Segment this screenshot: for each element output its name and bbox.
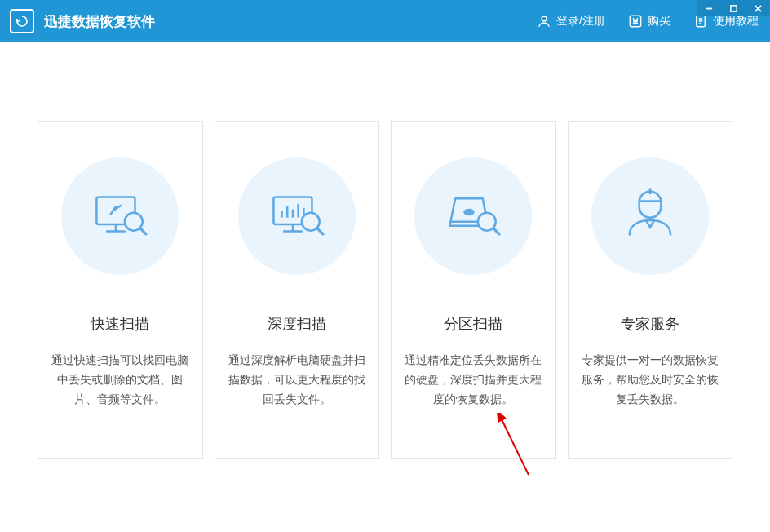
- expert-service-icon: [591, 157, 709, 275]
- svg-line-24: [493, 228, 499, 234]
- user-icon: [537, 14, 551, 29]
- svg-line-21: [317, 228, 323, 234]
- svg-line-11: [140, 228, 146, 234]
- yen-icon: [628, 14, 643, 29]
- card-title: 分区扫描: [444, 314, 502, 334]
- card-desc: 通过精准定位丢失数据所在的硬盘，深度扫描并更大程度的恢复数据。: [403, 350, 544, 409]
- buy-label: 购买: [648, 14, 670, 29]
- card-title: 快速扫描: [91, 314, 149, 334]
- minimize-button[interactable]: [697, 0, 721, 16]
- svg-point-0: [542, 16, 547, 21]
- buy-button[interactable]: 购买: [617, 0, 682, 42]
- window-controls: [697, 0, 770, 16]
- app-logo-icon: [10, 9, 34, 33]
- close-button[interactable]: [746, 0, 770, 16]
- partition-scan-icon: [414, 157, 532, 275]
- login-button[interactable]: 登录/注册: [525, 0, 617, 42]
- quick-scan-card[interactable]: 快速扫描 通过快速扫描可以找回电脑中丢失或删除的文档、图片、音频等文件。: [38, 121, 203, 459]
- deep-scan-card[interactable]: 深度扫描 通过深度解析电脑硬盘并扫描数据，可以更大程度的找回丢失文件。: [215, 121, 380, 459]
- app-title: 迅捷数据恢复软件: [44, 12, 155, 31]
- deep-scan-icon: [238, 157, 356, 275]
- svg-rect-4: [730, 5, 736, 11]
- card-title: 深度扫描: [268, 314, 326, 334]
- card-desc: 通过快速扫描可以找回电脑中丢失或删除的文档、图片、音频等文件。: [50, 350, 191, 409]
- partition-scan-card[interactable]: 分区扫描 通过精准定位丢失数据所在的硬盘，深度扫描并更大程度的恢复数据。: [391, 121, 556, 459]
- card-desc: 通过深度解析电脑硬盘并扫描数据，可以更大程度的找回丢失文件。: [227, 350, 368, 409]
- card-title: 专家服务: [621, 314, 679, 334]
- quick-scan-icon: [61, 157, 179, 275]
- titlebar: 迅捷数据恢复软件 登录/注册 购买 使用教程: [0, 0, 770, 42]
- card-desc: 专家提供一对一的数据恢复服务，帮助您及时安全的恢复丢失数据。: [580, 350, 721, 409]
- main-content: 快速扫描 通过快速扫描可以找回电脑中丢失或删除的文档、图片、音频等文件。 深度扫…: [0, 42, 770, 459]
- expert-service-card[interactable]: 专家服务 专家提供一对一的数据恢复服务，帮助您及时安全的恢复丢失数据。: [568, 121, 733, 459]
- login-label: 登录/注册: [556, 14, 605, 29]
- maximize-button[interactable]: [721, 0, 746, 16]
